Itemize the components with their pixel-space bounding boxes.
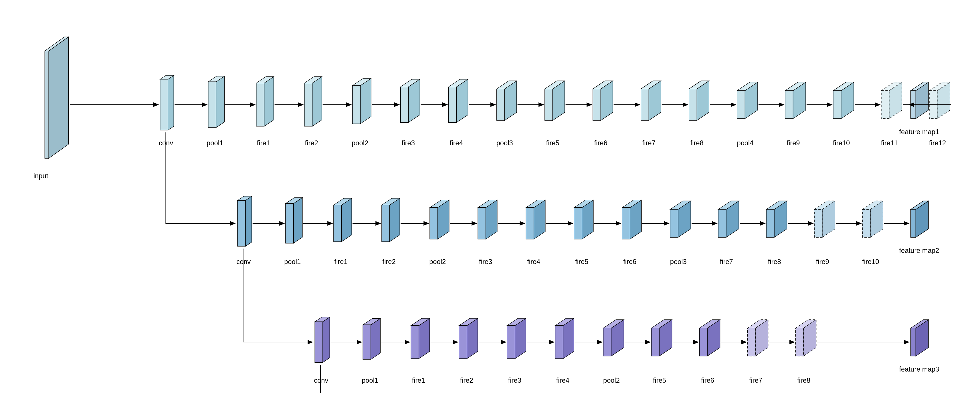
feature-map-2-label: feature map2 [899, 247, 939, 254]
svg-marker-78 [526, 208, 534, 239]
svg-marker-111 [411, 326, 419, 359]
row0-pool1 [208, 76, 224, 127]
svg-marker-9 [208, 82, 216, 127]
row0-fire2-label: fire2 [305, 139, 318, 147]
svg-marker-10 [264, 76, 274, 126]
branch-arrow-3 [320, 365, 390, 393]
row0-fire5 [545, 81, 565, 121]
feature-map-1 [911, 82, 929, 118]
row1-fire3 [478, 200, 497, 239]
svg-marker-123 [603, 328, 611, 356]
row1-fire7 [718, 201, 739, 237]
row2-pool2-label: pool2 [603, 377, 620, 384]
row2-fire1-label: fire1 [412, 377, 425, 384]
input-label: input [33, 172, 48, 180]
svg-marker-58 [245, 196, 252, 246]
row0-fire11 [881, 82, 902, 118]
feature-map-3-label: feature map3 [899, 366, 939, 373]
svg-marker-18 [353, 86, 361, 124]
row0-fire9-label: fire9 [787, 139, 800, 147]
row1-pool2-label: pool2 [429, 258, 446, 266]
row1-pool1 [286, 198, 302, 243]
row1-pool2 [430, 200, 449, 239]
network-diagram: inputconvpool1fire1fire2pool2fire3fire4p… [6, 6, 974, 393]
svg-marker-93 [766, 209, 774, 237]
row0-fire3-label: fire3 [402, 139, 415, 147]
svg-marker-64 [342, 198, 352, 242]
svg-marker-12 [256, 83, 264, 126]
svg-marker-33 [593, 89, 601, 121]
svg-marker-3 [45, 51, 49, 159]
svg-marker-108 [363, 325, 371, 360]
row0-pool4 [737, 82, 758, 118]
row1-fire1 [334, 198, 352, 242]
branch-arrow-2 [243, 248, 313, 342]
row0-fire10-label: fire10 [833, 139, 850, 147]
row0-fire4-label: fire4 [450, 139, 463, 147]
svg-marker-81 [574, 208, 582, 239]
svg-marker-45 [785, 91, 793, 119]
svg-marker-36 [641, 89, 649, 121]
svg-marker-39 [689, 89, 697, 121]
row0-pool4-label: pool4 [737, 139, 753, 147]
svg-marker-67 [390, 198, 400, 242]
svg-marker-24 [449, 87, 457, 123]
svg-marker-114 [459, 326, 467, 359]
row2-fire6 [699, 320, 720, 356]
row1-pool3-label: pool3 [670, 258, 687, 266]
svg-marker-129 [699, 328, 707, 356]
row1-fire7-label: fire7 [720, 258, 733, 266]
svg-marker-99 [862, 209, 870, 237]
feature-map-3 [911, 320, 929, 356]
row0-pool3-label: pool3 [496, 139, 513, 147]
svg-marker-132 [748, 328, 756, 356]
row2-fire1 [411, 318, 430, 359]
row1-fire9 [815, 201, 835, 237]
row2-fire7-label: fire7 [749, 377, 762, 384]
svg-marker-106 [371, 318, 380, 359]
row1-fire10-label: fire10 [862, 258, 879, 266]
row2-conv [315, 317, 329, 363]
svg-marker-96 [815, 209, 822, 237]
row0-fire2 [304, 76, 322, 126]
row1-fire1-label: fire1 [334, 258, 348, 266]
row0-fire4 [449, 79, 468, 123]
svg-marker-90 [718, 209, 726, 237]
svg-marker-120 [555, 326, 563, 359]
row2-fire3-label: fire3 [508, 377, 521, 384]
svg-marker-61 [294, 198, 302, 243]
row0-pool2-label: pool2 [352, 139, 368, 147]
row0-conv [160, 75, 174, 130]
row0-fire6 [593, 81, 613, 121]
svg-marker-126 [651, 328, 659, 356]
row2-fire4 [555, 318, 574, 359]
row2-pool1-label: pool1 [362, 377, 378, 384]
row0-fire7-label: fire7 [643, 139, 655, 147]
row1-fire5-label: fire5 [575, 258, 588, 266]
svg-marker-138 [911, 328, 916, 356]
row2-fire6-label: fire6 [701, 377, 714, 384]
row0-fire1-label: fire1 [257, 139, 270, 147]
svg-marker-135 [795, 328, 803, 356]
row2-pool2 [603, 320, 624, 356]
row0-fire1 [256, 76, 274, 126]
svg-marker-6 [160, 79, 168, 130]
row0-fire5-label: fire5 [546, 139, 559, 147]
row0-fire12 [929, 82, 950, 118]
row1-fire10 [862, 201, 883, 237]
row1-fire8 [766, 201, 787, 237]
row2-fire5-label: fire5 [653, 377, 666, 384]
svg-marker-7 [216, 76, 224, 127]
row1-fire4 [526, 200, 546, 239]
row1-fire5 [574, 200, 593, 239]
svg-marker-69 [382, 205, 390, 242]
row1-fire4-label: fire4 [527, 258, 540, 266]
row0-fire9 [785, 82, 806, 118]
row2-fire2-label: fire2 [460, 377, 473, 384]
row2-pool1 [363, 318, 380, 359]
row1-pool3 [670, 201, 691, 237]
row1-fire9-label: fire9 [816, 258, 829, 266]
row2-fire2 [459, 318, 477, 359]
row0-fire8 [689, 81, 709, 121]
row0-fire8-label: fire8 [690, 139, 703, 147]
